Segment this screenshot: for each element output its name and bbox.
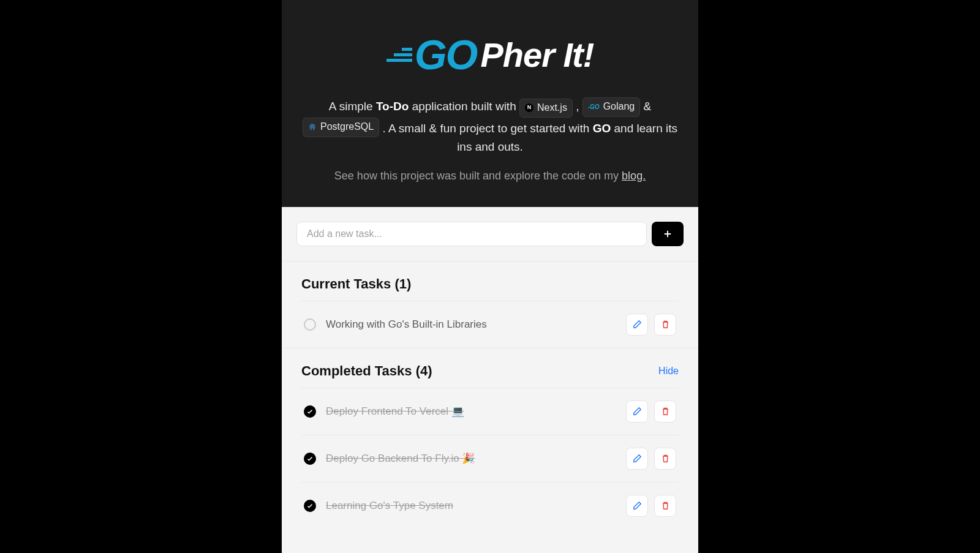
blog-link[interactable]: blog. [622, 170, 646, 182]
task-row: Deploy Go Backend To Fly.io 🎉 [301, 435, 679, 483]
tag-nextjs: NNext.js [519, 99, 573, 118]
blog-line: See how this project was built and explo… [301, 170, 679, 182]
app-card: GO Pher It! A simple To-Do application b… [282, 0, 698, 553]
hero: GO Pher It! A simple To-Do application b… [282, 0, 698, 207]
delete-button[interactable] [654, 495, 676, 517]
check-icon [306, 455, 314, 462]
check-icon [306, 502, 314, 510]
pencil-icon [632, 453, 643, 464]
edit-button[interactable] [626, 495, 648, 517]
add-bar [282, 207, 698, 261]
trash-icon [660, 406, 671, 416]
nextjs-icon: N [525, 103, 533, 112]
edit-button[interactable] [626, 314, 648, 336]
add-task-input[interactable] [296, 222, 647, 246]
task-title: Learning Go's Type System [326, 500, 616, 512]
trash-icon [660, 500, 671, 511]
task-title: Working with Go's Built-in Libraries [326, 318, 616, 331]
golang-icon: -GO [588, 103, 600, 111]
edit-button[interactable] [626, 401, 648, 423]
completed-list: Deploy Frontend To Vercel 💻 Deploy Go Ba… [301, 388, 679, 529]
go-word: GO [415, 34, 477, 75]
delete-button[interactable] [654, 401, 676, 423]
delete-button[interactable] [654, 314, 676, 336]
current-section: Current Tasks (1) Working with Go's Buil… [282, 261, 698, 348]
pencil-icon [632, 500, 643, 511]
task-checkbox[interactable] [304, 500, 316, 512]
postgresql-icon [308, 123, 317, 132]
app-title: Pher It! [480, 35, 594, 75]
completed-section: Completed Tasks (4) Hide Deploy Frontend… [282, 348, 698, 529]
task-checkbox[interactable] [304, 405, 316, 418]
pencil-icon [632, 406, 643, 416]
check-icon [306, 408, 314, 415]
trash-icon [660, 453, 671, 464]
task-checkbox[interactable] [304, 453, 316, 465]
edit-button[interactable] [626, 448, 648, 470]
current-title: Current Tasks (1) [301, 276, 411, 292]
completed-title: Completed Tasks (4) [301, 363, 432, 379]
task-title: Deploy Go Backend To Fly.io 🎉 [326, 452, 616, 465]
intro-text: A simple To-Do application built with NN… [301, 97, 679, 156]
task-row: Deploy Frontend To Vercel 💻 [301, 388, 679, 435]
current-list: Working with Go's Built-in Libraries [301, 301, 679, 348]
plus-icon [662, 228, 673, 239]
task-row: Working with Go's Built-in Libraries [301, 301, 679, 348]
trash-icon [660, 319, 671, 329]
task-title: Deploy Frontend To Vercel 💻 [326, 405, 616, 418]
hide-button[interactable]: Hide [658, 366, 679, 377]
logo: GO Pher It! [301, 34, 679, 75]
task-checkbox[interactable] [304, 318, 316, 331]
task-row: Learning Go's Type System [301, 483, 679, 529]
add-task-button[interactable] [652, 222, 684, 246]
go-speed-lines-icon [386, 48, 412, 62]
pencil-icon [632, 319, 643, 329]
tag-postgres: PostgreSQL [303, 118, 379, 137]
tag-golang: -GOGolang [582, 97, 640, 117]
delete-button[interactable] [654, 448, 676, 470]
go-logo: GO [386, 34, 477, 75]
